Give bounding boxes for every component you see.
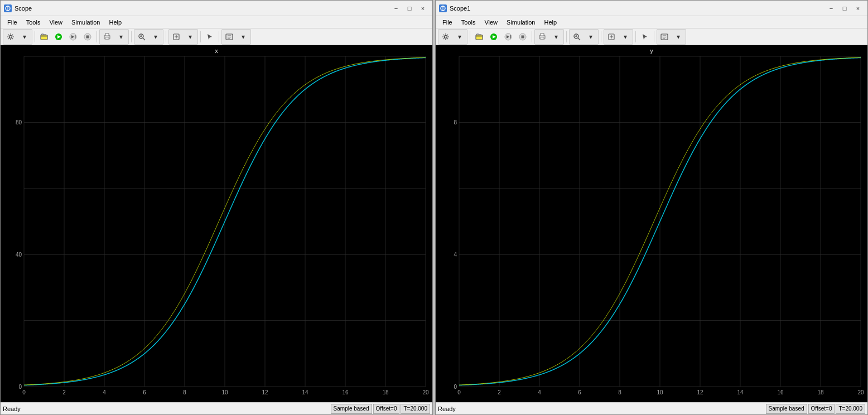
fit-dropdown-1[interactable]: ▾	[184, 30, 197, 44]
menu-tools-2[interactable]: Tools	[457, 18, 480, 27]
settings-btn-1[interactable]	[4, 30, 17, 44]
plot-canvas-2	[436, 45, 867, 402]
svg-rect-13	[105, 37, 109, 39]
toolbar-2: ▾	[436, 28, 867, 45]
tb-dropdown-1[interactable]: ▾	[18, 30, 31, 44]
menu-file-2[interactable]: File	[438, 18, 457, 27]
menu-file-1[interactable]: File	[3, 18, 22, 27]
print-dropdown-1[interactable]: ▾	[114, 30, 128, 44]
menu-view-1[interactable]: View	[45, 18, 67, 27]
toolbar-group-fit-2: ▾	[604, 29, 633, 45]
svg-rect-31	[510, 35, 511, 38]
fit-dropdown-2[interactable]: ▾	[619, 30, 632, 44]
status-bar-2: Ready Sample based Offset=0 T=20.000	[436, 402, 867, 414]
param-btn-2[interactable]	[658, 30, 671, 44]
step-btn-1[interactable]	[66, 30, 80, 44]
menu-bar-2: File Tools View Simulation Help	[436, 16, 867, 28]
zoom-btn-1[interactable]	[135, 30, 148, 44]
status-sample-1: Sample based	[331, 404, 372, 414]
close-btn-1[interactable]: ×	[417, 3, 429, 13]
print-btn-2[interactable]	[536, 30, 549, 44]
menu-tools-1[interactable]: Tools	[22, 18, 45, 27]
minimize-btn-1[interactable]: −	[390, 3, 402, 13]
run-btn-1[interactable]	[52, 30, 65, 44]
toolbar-group-settings-1: ▾	[3, 29, 32, 45]
maximize-btn-2[interactable]: □	[838, 3, 851, 13]
title-bar-1: Scope − □ ×	[1, 1, 432, 16]
plot-area-1	[1, 45, 432, 402]
toolbar-group-settings-2: ▾	[438, 29, 467, 45]
open-btn-2[interactable]	[472, 30, 486, 44]
svg-line-15	[143, 38, 145, 40]
status-time-2: T=20.000	[836, 404, 865, 414]
svg-rect-3	[41, 35, 47, 40]
status-ready-1: Ready	[3, 406, 21, 412]
run-btn-2[interactable]	[487, 30, 500, 44]
status-sample-2: Sample based	[766, 404, 807, 414]
tb-dropdown-2[interactable]: ▾	[453, 30, 466, 44]
print-btn-1[interactable]	[100, 30, 114, 44]
open-btn-1[interactable]	[37, 30, 51, 44]
svg-line-38	[578, 38, 580, 40]
status-offset-1: Offset=0	[373, 404, 400, 414]
cursor-btn-2[interactable]	[638, 30, 652, 44]
menu-help-2[interactable]: Help	[539, 18, 561, 27]
param-btn-1[interactable]	[223, 30, 236, 44]
menu-simulation-1[interactable]: Simulation	[67, 18, 104, 27]
menu-bar-1: File Tools View Simulation Help	[1, 16, 432, 28]
svg-rect-26	[476, 35, 483, 40]
svg-rect-10	[86, 35, 89, 38]
plot-canvas-1	[1, 45, 432, 402]
menu-help-1[interactable]: Help	[104, 18, 126, 27]
minimize-btn-2[interactable]: −	[825, 3, 837, 13]
toolbar-1: ▾	[1, 28, 432, 45]
svg-point-25	[445, 35, 447, 38]
toolbar-group-print-2: ▾	[534, 29, 564, 45]
svg-rect-35	[541, 33, 544, 36]
svg-rect-36	[541, 37, 544, 39]
stop-btn-1[interactable]	[81, 30, 94, 44]
status-ready-2: Ready	[438, 406, 456, 412]
toolbar-group-fit-1: ▾	[168, 29, 198, 45]
step-btn-2[interactable]	[501, 30, 515, 44]
maximize-btn-1[interactable]: □	[403, 3, 416, 13]
scope-icon-1	[4, 4, 12, 12]
close-btn-2[interactable]: ×	[852, 3, 864, 13]
status-offset-2: Offset=0	[808, 404, 835, 414]
title-bar-2: Scope1 − □ ×	[436, 1, 867, 16]
scope-window-1: Scope − □ × File Tools View Simulation H…	[0, 0, 433, 415]
fit-btn-2[interactable]	[605, 30, 618, 44]
window-title-1: Scope	[15, 5, 32, 12]
toolbar-group-param-1: ▾	[221, 29, 251, 45]
status-time-1: T=20.000	[401, 404, 430, 414]
toolbar-group-param-2: ▾	[657, 29, 686, 45]
menu-view-2[interactable]: View	[480, 18, 502, 27]
param-dropdown-1[interactable]: ▾	[237, 30, 250, 44]
fit-btn-1[interactable]	[170, 30, 183, 44]
svg-rect-12	[105, 33, 109, 36]
svg-rect-33	[522, 35, 524, 38]
toolbar-group-print-1: ▾	[99, 29, 129, 45]
menu-simulation-2[interactable]: Simulation	[502, 18, 539, 27]
toolbar-group-zoom-2: ▾	[569, 29, 599, 45]
print-dropdown-2[interactable]: ▾	[549, 30, 563, 44]
status-bar-1: Ready Sample based Offset=0 T=20.000	[1, 402, 432, 414]
zoom-dropdown-1[interactable]: ▾	[149, 30, 162, 44]
zoom-btn-2[interactable]	[570, 30, 584, 44]
svg-point-2	[9, 35, 12, 38]
toolbar-group-zoom-1: ▾	[134, 29, 163, 45]
stop-btn-2[interactable]	[516, 30, 529, 44]
scope-icon-2	[439, 4, 447, 12]
scope-window-2: Scope1 − □ × File Tools View Simulation …	[435, 0, 868, 415]
svg-rect-8	[75, 35, 76, 38]
plot-area-2	[436, 45, 867, 402]
window-title-2: Scope1	[450, 5, 470, 12]
zoom-dropdown-2[interactable]: ▾	[584, 30, 597, 44]
cursor-btn-1[interactable]	[203, 30, 216, 44]
param-dropdown-2[interactable]: ▾	[672, 30, 685, 44]
settings-btn-2[interactable]	[439, 30, 452, 44]
